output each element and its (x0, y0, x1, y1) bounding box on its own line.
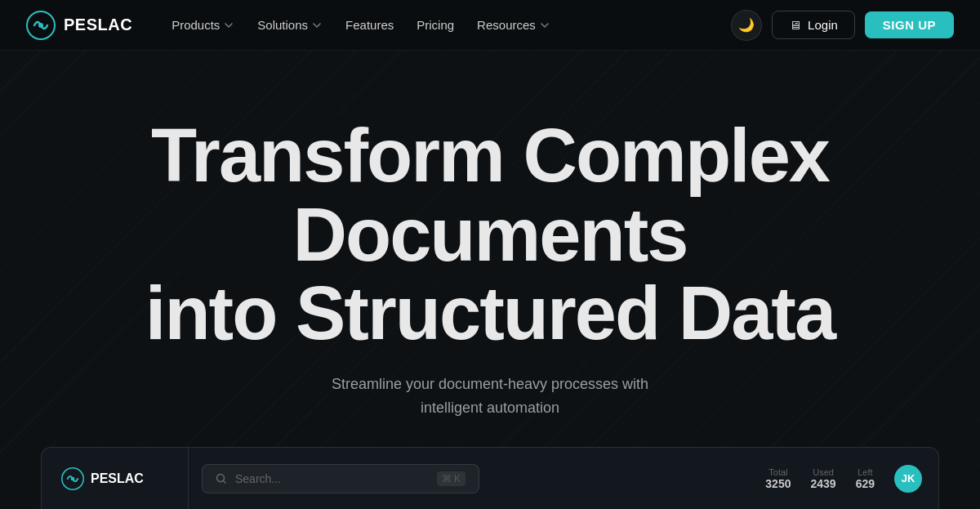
nav-products[interactable]: Products (162, 13, 244, 37)
nav-features[interactable]: Features (336, 13, 403, 37)
chevron-down-icon (311, 20, 323, 31)
login-button[interactable]: 🖥 Login (772, 11, 855, 39)
logo[interactable]: PESLAC (26, 11, 132, 40)
chevron-down-icon (223, 20, 234, 31)
app-preview-bar: PESLAC Search... ⌘ K Total 3250 Used 243… (41, 447, 939, 509)
hero-content: Transform Complex Documents into Structu… (0, 116, 980, 493)
logo-icon (26, 11, 56, 40)
chevron-down-icon (539, 20, 550, 31)
signup-button[interactable]: SIGN UP (865, 11, 954, 38)
search-icon (216, 473, 227, 484)
stat-used: Used 2439 (810, 467, 835, 490)
moon-icon: 🌙 (738, 17, 755, 33)
preview-logo-text: PESLAC (91, 471, 144, 486)
monitor-icon: 🖥 (789, 18, 801, 32)
preview-stats: Total 3250 Used 2439 Left 629 JK (765, 465, 922, 493)
hero-section: Transform Complex Documents into Structu… (0, 51, 980, 509)
hero-subtitle: Streamline your document-heavy processes… (310, 373, 670, 420)
search-shortcut: ⌘ K (437, 471, 466, 486)
preview-search-bar[interactable]: Search... ⌘ K (202, 464, 479, 493)
nav-right: 🌙 🖥 Login SIGN UP (731, 10, 954, 41)
logo-text: PESLAC (64, 16, 132, 34)
theme-toggle-button[interactable]: 🌙 (731, 10, 762, 41)
preview-logo-icon (61, 467, 84, 490)
nav-left: PESLAC Products Solutions Features Prici… (26, 11, 560, 40)
nav-pricing[interactable]: Pricing (407, 13, 464, 37)
stat-total: Total 3250 (765, 467, 791, 490)
stat-left: Left 629 (856, 467, 875, 490)
navbar: PESLAC Products Solutions Features Prici… (0, 0, 980, 51)
nav-resources[interactable]: Resources (467, 13, 560, 37)
nav-links: Products Solutions Features Pricing Reso… (162, 13, 560, 37)
svg-point-3 (71, 476, 75, 480)
nav-solutions[interactable]: Solutions (247, 13, 332, 37)
hero-title: Transform Complex Documents into Structu… (41, 116, 939, 353)
svg-point-1 (38, 23, 43, 28)
preview-logo: PESLAC (58, 448, 189, 509)
user-avatar[interactable]: JK (894, 465, 922, 493)
